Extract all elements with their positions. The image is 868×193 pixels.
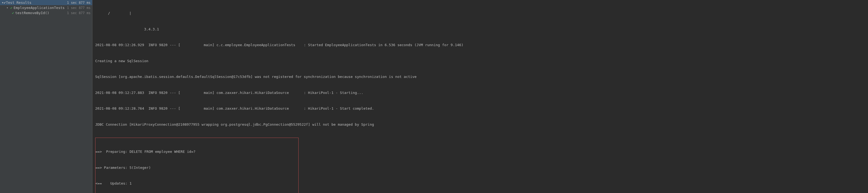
- console-line: / |: [95, 10, 865, 16]
- console-line: 2021-08-08 09:12:26.929 INFO 9820 --- [ …: [95, 42, 865, 48]
- console-line: ==> Preparing: DELETE FROM employee WHER…: [95, 149, 298, 154]
- console-line: 3.4.3.1: [95, 27, 865, 32]
- tree-item-duration: 1 sec 877 ms: [67, 6, 91, 10]
- test-results-duration: 1 sec 877 ms: [67, 1, 91, 5]
- tree-item-label: EmployeeApplicationTests: [13, 6, 67, 10]
- chevron-down-icon: ▾: [2, 1, 4, 5]
- check-icon: ✔: [12, 11, 14, 15]
- test-tree-panel: ▾ ✔ Test Results 1 sec 877 ms ▾ ✔ Employ…: [0, 0, 92, 193]
- tree-item-method[interactable]: ✔ testRemoveById() 1 sec 877 ms: [0, 10, 92, 15]
- console-line: ==> Parameters: 5(Integer): [95, 165, 298, 170]
- check-icon: ✔: [4, 1, 6, 5]
- console-line: Creating a new SqlSession: [95, 59, 865, 64]
- check-icon: ✔: [10, 6, 12, 10]
- console-line: <== Updates: 1: [95, 181, 298, 186]
- test-results-title: Test Results: [6, 1, 67, 5]
- console-line: JDBC Connection [HikariProxyConnection@2…: [95, 122, 865, 127]
- console-line: 2021-08-08 09:12:28.764 INFO 9820 --- [ …: [95, 106, 865, 111]
- highlighted-log-block: ==> Preparing: DELETE FROM employee WHER…: [95, 138, 299, 193]
- tree-item-label: testRemoveById(): [15, 11, 67, 15]
- chevron-down-icon: ▾: [6, 6, 10, 9]
- tree-item-class[interactable]: ▾ ✔ EmployeeApplicationTests 1 sec 877 m…: [0, 5, 92, 10]
- console-line: 2021-08-08 09:12:27.883 INFO 9820 --- [ …: [95, 90, 865, 95]
- console-output[interactable]: / | 3.4.3.1 2021-08-08 09:12:26.929 INFO…: [92, 0, 868, 193]
- tree-item-duration: 1 sec 877 ms: [67, 11, 91, 15]
- test-results-header[interactable]: ▾ ✔ Test Results 1 sec 877 ms: [0, 0, 92, 5]
- console-line: SqlSession [org.apache.ibatis.session.de…: [95, 74, 865, 80]
